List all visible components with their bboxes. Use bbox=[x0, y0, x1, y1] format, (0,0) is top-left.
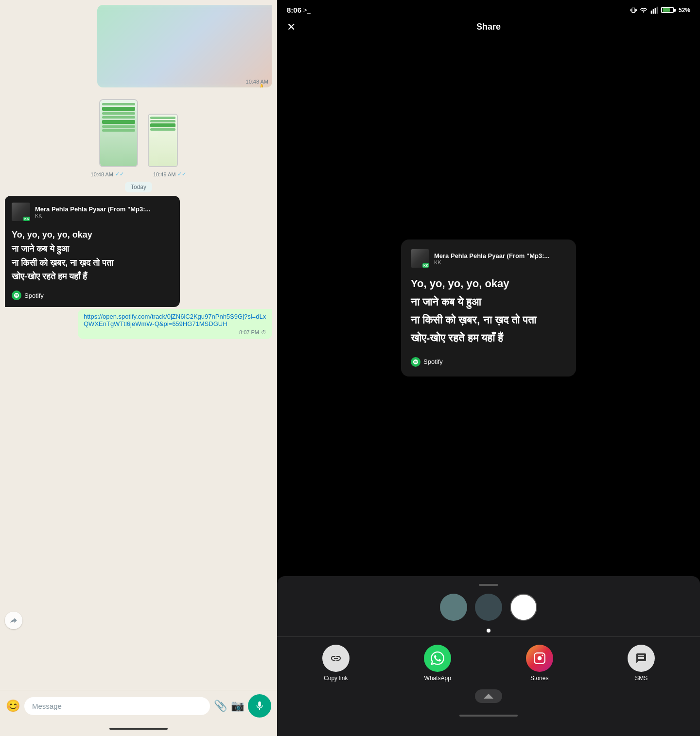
chat-messages-area: 10:48 AM 👍 bbox=[0, 0, 277, 690]
page-indicator bbox=[277, 629, 700, 633]
mic-button[interactable] bbox=[248, 694, 271, 718]
lyric-line-1: Yo, yo, yo, yo, okay bbox=[12, 228, 173, 242]
spotify-icon-share bbox=[411, 357, 420, 367]
share-song-thumbnail: KK bbox=[411, 249, 429, 268]
spotify-logo-row-share: Spotify bbox=[411, 357, 566, 367]
chat-input-bar: 😊 📎 📷 bbox=[0, 690, 277, 721]
share-song-title: Mera Pehla Pehla Pyaar (From "Mp3:... bbox=[434, 252, 549, 259]
share-lyric-line-3: ना किसी को ख़बर, ना ख़द तो पता bbox=[411, 311, 566, 329]
lyrics-text-chat: Yo, yo, yo, yo, okay ना जाने कब ये हुआ न… bbox=[12, 228, 173, 284]
song-header: KK Mera Pehla Pehla Pyaar (From "Mp3:...… bbox=[12, 203, 173, 221]
thumb-time-1: 10:48 AM ✓✓ bbox=[91, 171, 124, 177]
whatsapp-icon bbox=[424, 645, 451, 672]
link-message-footer: 8:07 PM ⏱ bbox=[84, 329, 266, 335]
status-bar-right: 52% bbox=[630, 6, 690, 14]
today-label: Today bbox=[5, 182, 272, 191]
spotify-icon-chat bbox=[12, 291, 21, 300]
home-indicator-left bbox=[109, 728, 168, 730]
thumbnails-row bbox=[5, 99, 272, 167]
color-circles-row bbox=[277, 594, 700, 621]
battery-percent: 52% bbox=[679, 7, 690, 14]
spotify-label-share: Spotify bbox=[423, 358, 443, 365]
svg-rect-3 bbox=[657, 6, 658, 14]
lyric-line-4: खोए-खोए रहते हम यहाँ हैं bbox=[12, 270, 173, 284]
svg-point-6 bbox=[542, 654, 543, 656]
stories-icon bbox=[526, 645, 553, 672]
thumb-1-time: 10:48 AM bbox=[91, 171, 113, 177]
thumb-times-row: 10:48 AM ✓✓ 10:49 AM ✓✓ bbox=[5, 171, 272, 177]
share-preview-area: KK Mera Pehla Pehla Pyaar (From "Mp3:...… bbox=[277, 40, 700, 576]
lyrics-text-share: Yo, yo, yo, yo, okay ना जाने कब ये हुआ न… bbox=[411, 274, 566, 347]
thumb-2-time: 10:49 AM bbox=[153, 171, 175, 177]
home-indicator-right bbox=[277, 707, 700, 728]
color-circle-1[interactable] bbox=[440, 594, 467, 621]
thumbnail-phone-2 bbox=[148, 114, 178, 167]
svg-rect-2 bbox=[655, 8, 656, 14]
more-button[interactable] bbox=[475, 689, 502, 703]
spotify-logo-row-chat: Spotify bbox=[12, 291, 173, 300]
status-bar-left: 8:06 >_ bbox=[287, 6, 311, 14]
home-bar-left bbox=[0, 721, 277, 736]
thumbnail-1 bbox=[99, 99, 138, 167]
thumb-2-tick: ✓✓ bbox=[177, 171, 186, 177]
whatsapp-label: WhatsApp bbox=[424, 675, 451, 682]
kk-badge: KK bbox=[23, 217, 30, 221]
color-circle-2[interactable] bbox=[475, 594, 502, 621]
thumbnail-phone-1-inner bbox=[100, 100, 137, 166]
share-actions-row: Copy link WhatsApp Stories bbox=[277, 645, 700, 689]
message-input[interactable] bbox=[24, 697, 210, 715]
color-circle-3[interactable] bbox=[510, 594, 537, 621]
scroll-indicator bbox=[479, 584, 498, 586]
share-lyric-line-4: खोए-खोए रहते हम यहाँ हैं bbox=[411, 329, 566, 347]
forward-button[interactable] bbox=[5, 612, 22, 629]
share-title: Share bbox=[476, 22, 501, 32]
sms-label: SMS bbox=[635, 675, 648, 682]
stories-action[interactable]: Stories bbox=[526, 645, 553, 682]
emoji-button[interactable]: 😊 bbox=[6, 699, 20, 713]
status-bar: 8:06 >_ 52% bbox=[277, 0, 700, 17]
thumbnail-2 bbox=[148, 114, 178, 167]
thumb-1-tick: ✓✓ bbox=[115, 171, 124, 177]
page-dot-active bbox=[487, 629, 490, 633]
sms-action[interactable]: SMS bbox=[628, 645, 655, 682]
share-bottom-sheet: Copy link WhatsApp Stories bbox=[277, 576, 700, 736]
status-time: 8:06 bbox=[287, 6, 301, 14]
attach-button[interactable]: 📎 bbox=[214, 700, 227, 712]
thumbnail-phone-1 bbox=[99, 99, 138, 167]
song-artist: KK bbox=[35, 213, 150, 219]
divider bbox=[277, 636, 700, 637]
song-title: Mera Pehla Pehla Pyaar (From "Mp3:... bbox=[35, 205, 150, 213]
spotify-label-chat: Spotify bbox=[24, 292, 44, 299]
lyric-line-3: ना किसी को ख़बर, ना ख़द तो पता bbox=[12, 256, 173, 270]
status-cursor: >_ bbox=[303, 6, 311, 14]
share-header: ✕ Share bbox=[277, 17, 700, 40]
whatsapp-chat-panel: 10:48 AM 👍 bbox=[0, 0, 277, 736]
whatsapp-action[interactable]: WhatsApp bbox=[424, 645, 451, 682]
song-thumbnail: KK bbox=[12, 203, 30, 221]
share-lyric-line-2: ना जाने कब ये हुआ bbox=[411, 293, 566, 311]
svg-rect-1 bbox=[653, 9, 654, 14]
clock-icon: ⏱ bbox=[261, 329, 266, 335]
svg-rect-0 bbox=[651, 10, 652, 14]
share-close-button[interactable]: ✕ bbox=[287, 21, 296, 34]
vibrate-icon bbox=[630, 6, 637, 14]
share-sheet-panel: 8:06 >_ 52% ✕ Share bbox=[277, 0, 700, 736]
wifi-icon bbox=[640, 6, 648, 14]
copy-link-icon bbox=[322, 645, 350, 672]
thumbs-up-reaction: 👍 bbox=[254, 84, 267, 87]
share-lyric-line-1: Yo, yo, yo, yo, okay bbox=[411, 274, 566, 292]
link-message-time: 8:07 PM bbox=[239, 329, 259, 335]
copy-link-label: Copy link bbox=[324, 675, 348, 682]
spotify-link[interactable]: https://open.spotify.com/track/0jZN6lC2K… bbox=[84, 313, 266, 327]
stories-label: Stories bbox=[530, 675, 548, 682]
image-message-group: 10:48 AM 👍 bbox=[5, 5, 272, 87]
image-bubble: 10:48 AM 👍 bbox=[97, 5, 272, 87]
share-song-info: Mera Pehla Pehla Pyaar (From "Mp3:... KK bbox=[434, 252, 549, 265]
thumbnail-phone-2-inner bbox=[149, 115, 177, 166]
spotify-card-share: KK Mera Pehla Pehla Pyaar (From "Mp3:...… bbox=[401, 240, 576, 377]
copy-link-action[interactable]: Copy link bbox=[322, 645, 350, 682]
blurred-image bbox=[97, 5, 272, 87]
link-bubble: https://open.spotify.com/track/0jZN6lC2K… bbox=[78, 309, 272, 339]
camera-button[interactable]: 📷 bbox=[231, 700, 244, 712]
share-song-header: KK Mera Pehla Pehla Pyaar (From "Mp3:...… bbox=[411, 249, 566, 268]
